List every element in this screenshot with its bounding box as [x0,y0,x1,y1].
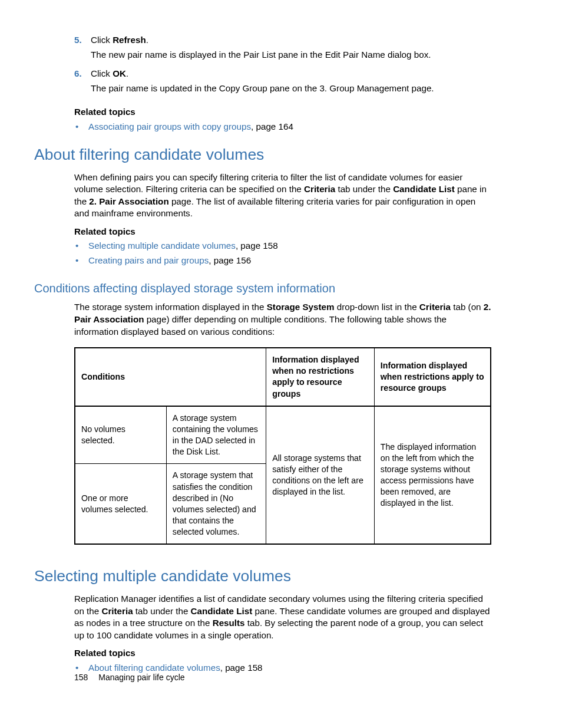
cell: The displayed information on the left fr… [374,406,491,545]
link[interactable]: About filtering candidate volumes [88,663,220,673]
step-sub: The pair name is updated in the Copy Gro… [91,83,491,95]
bold: Criteria [419,302,451,312]
text: tab (on [451,302,484,312]
heading-conditions: Conditions affecting displayed storage s… [34,281,491,297]
text: Click [91,68,113,78]
step-sub: The new pair name is displayed in the Pa… [91,49,491,61]
text: , page 158 [220,663,263,673]
cell: A storage system that satisfies the cond… [166,464,266,545]
link[interactable]: Creating pairs and pair groups [88,255,209,265]
text: . [126,68,128,78]
text: , page 164 [251,121,293,131]
paragraph: The storage system information displayed… [74,301,491,338]
link[interactable]: Selecting multiple candidate volumes [88,241,236,251]
related-topics-label: Related topics [74,106,491,118]
link[interactable]: Associating pair groups with copy groups [88,121,251,131]
conditions-table: Conditions Information displayed when no… [74,347,491,545]
cell: One or more volumes selected. [75,464,166,545]
bold: Results [213,618,245,628]
text: The storage system information displayed… [74,302,267,312]
paragraph: When defining pairs you can specify filt… [74,172,491,220]
text: tab under the [133,606,191,616]
list-item: • Selecting multiple candidate volumes, … [74,240,491,252]
bold: Criteria [101,606,133,616]
step-6: 6. Click OK. The pair name is updated in… [74,68,491,100]
text: Click [91,35,113,45]
list-item: • Creating pairs and pair groups, page 1… [74,255,491,267]
selecting-section: Replication Manager identifies a list of… [34,593,491,674]
cell: No volumes selected. [75,406,166,464]
heading-selecting-multiple: Selecting multiple candidate volumes [34,566,491,587]
step-body: Click OK. The pair name is updated in th… [91,68,491,100]
ordered-steps: 5. Click Refresh. The new pair name is d… [34,34,491,133]
related-topics-list: • Associating pair groups with copy grou… [74,121,491,133]
bold: Criteria [304,184,335,194]
step-number: 6. [74,68,91,100]
text: , page 158 [236,241,278,251]
cell: All storage systems that satisfy either … [266,406,375,545]
conditions-section: The storage system information displayed… [34,301,491,545]
cell: A storage system containing the volumes … [166,406,266,464]
list-text: Selecting multiple candidate volumes, pa… [88,240,278,252]
text: . [146,35,148,45]
table-row: No volumes selected. A storage system co… [75,406,491,464]
th-restrictions: Information displayed when restrictions … [374,348,491,406]
bold: Candidate List [393,184,455,194]
bullet-icon: • [74,121,88,133]
related-topics-label: Related topics [74,647,491,660]
bullet-icon: • [74,240,88,252]
table-header-row: Conditions Information displayed when no… [75,348,491,406]
list-text: Creating pairs and pair groups, page 156 [88,255,251,267]
footer: 158 Managing pair life cycle [74,672,185,683]
th-no-restrictions: Information displayed when no restrictio… [266,348,375,406]
related-topics-label: Related topics [74,226,491,238]
list-text: Associating pair groups with copy groups… [88,121,293,133]
text: drop-down list in the [335,302,419,312]
bullet-icon: • [74,255,88,267]
paragraph: Replication Manager identifies a list of… [74,593,491,641]
bold: Storage System [267,302,335,312]
th-conditions: Conditions [75,348,266,406]
related-topics-list: • Selecting multiple candidate volumes, … [74,240,491,266]
text: , page 156 [209,255,251,265]
page: 5. Click Refresh. The new pair name is d… [0,0,562,728]
heading-about-filtering: About filtering candidate volumes [34,144,491,166]
list-item: • Associating pair groups with copy grou… [74,121,491,133]
step-number: 5. [74,34,91,67]
bold: 2. Pair Association [89,196,168,206]
step-5: 5. Click Refresh. The new pair name is d… [74,34,491,67]
button-name: OK [113,68,126,78]
bold: Candidate List [191,606,253,616]
page-number: 158 [74,673,88,682]
footer-title: Managing pair life cycle [98,673,184,682]
step-body: Click Refresh. The new pair name is disp… [91,34,491,67]
button-name: Refresh [113,35,146,45]
text: tab under the [335,184,393,194]
about-section: When defining pairs you can specify filt… [34,172,491,267]
